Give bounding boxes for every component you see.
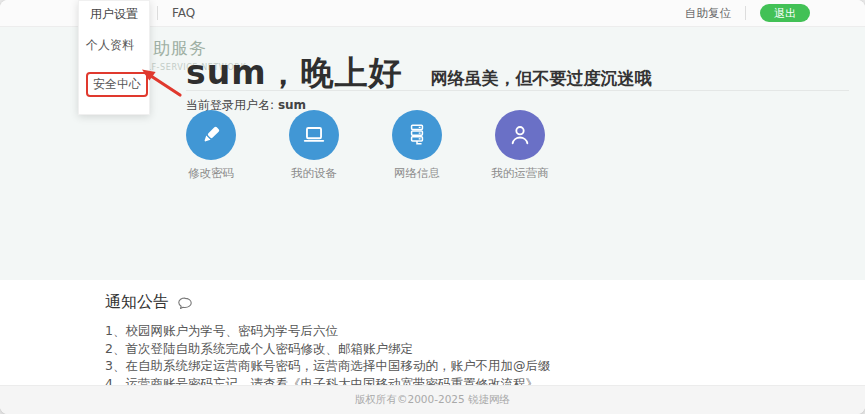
logout-button[interactable]: 退出 xyxy=(760,4,810,22)
security-center-highlight-box: 安全中心 xyxy=(86,72,148,97)
self-reset-link[interactable]: 自助复位 xyxy=(685,6,731,21)
shortcut-my-devices[interactable]: 我的设备 xyxy=(281,110,347,181)
notice-item: 3、在自助系统绑定运营商账号密码，运营商选择中国移动的，账户不用加@后缀 xyxy=(105,357,550,375)
speech-bubble-icon xyxy=(177,296,193,310)
shortcuts-row: 修改密码 我的设备 xyxy=(178,110,553,181)
server-icon xyxy=(392,110,442,160)
shortcut-network-info[interactable]: 网络信息 xyxy=(384,110,450,181)
notice-item: 1、校园网账户为学号、密码为学号后六位 xyxy=(105,322,550,340)
notice-list: 1、校园网账户为学号、密码为学号后六位 2、首次登陆自助系统完成个人密码修改、邮… xyxy=(105,322,550,392)
topbar-right-divider xyxy=(745,6,746,20)
menu-user-settings[interactable]: 用户设置 xyxy=(79,1,149,28)
slogan-text: 网络虽美，但不要过度沉迷哦 xyxy=(431,67,652,90)
laptop-icon xyxy=(289,110,339,160)
notice-item: 2、首次登陆自助系统完成个人密码修改、邮箱账户绑定 xyxy=(105,340,550,358)
user-settings-dropdown: 用户设置 个人资料 安全中心 xyxy=(78,0,150,115)
copyright-text: 版权所有©2000-2025 锐捷网络 xyxy=(355,393,510,407)
notice-title: 通知公告 xyxy=(105,292,193,313)
shortcut-label: 我的设备 xyxy=(281,166,347,181)
footer: 版权所有©2000-2025 锐捷网络 xyxy=(0,385,865,414)
notice-section: 通知公告 1、校园网账户为学号、密码为学号后六位 2、首次登陆自助系统完成个人密… xyxy=(0,280,865,385)
shortcut-change-password[interactable]: 修改密码 xyxy=(178,110,244,181)
shortcut-my-carrier[interactable]: 我的运营商 xyxy=(487,110,553,181)
shortcut-label: 修改密码 xyxy=(178,166,244,181)
person-icon xyxy=(495,110,545,160)
dropdown-item-profile[interactable]: 个人资料 xyxy=(79,28,149,63)
self-service-portal-window: FAQ 自助复位 退出 自助服务 SELF-SERVICE NETWORK su… xyxy=(0,0,865,414)
dropdown-item-security-center[interactable]: 安全中心 xyxy=(79,63,149,106)
shortcut-label: 网络信息 xyxy=(384,166,450,181)
topbar-right: 自助复位 退出 xyxy=(685,4,865,22)
shortcut-label: 我的运营商 xyxy=(487,166,553,181)
menu-faq[interactable]: FAQ xyxy=(158,0,209,26)
pencil-icon xyxy=(186,110,236,160)
notice-title-text: 通知公告 xyxy=(105,292,169,313)
